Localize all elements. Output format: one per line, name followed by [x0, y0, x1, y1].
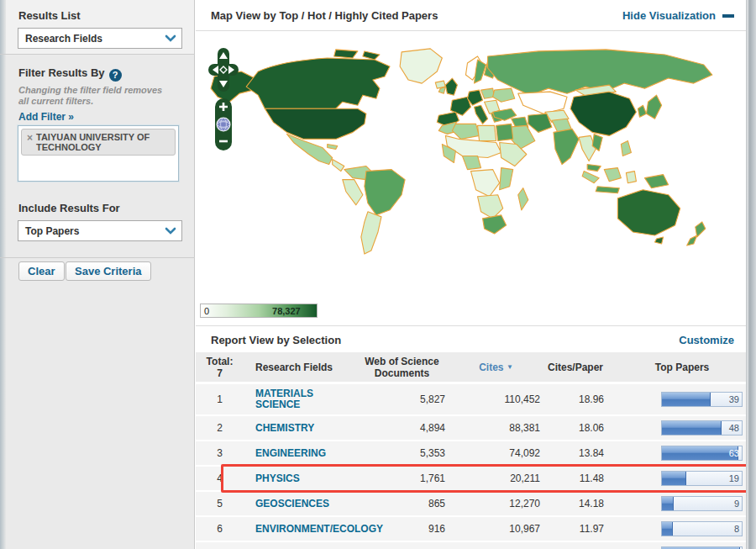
hide-visualization-link[interactable]: Hide Visualization	[622, 9, 734, 22]
chevron-down-icon	[165, 227, 176, 235]
top-papers-cell: 206	[607, 542, 746, 549]
pan-control[interactable]	[208, 48, 239, 92]
cites-cell: 88,381	[449, 416, 543, 441]
table-row: 6ENVIRONMENT/ECOLOGY91610,96711.978	[196, 517, 746, 542]
rank-cell: 1	[196, 384, 244, 416]
minus-icon	[722, 14, 734, 18]
app-window: Results List Research Fields Filter Resu…	[0, 0, 756, 549]
customize-link[interactable]: Customize	[679, 334, 734, 346]
chevron-down-icon	[165, 34, 176, 42]
field-cell: MATERIALS SCIENCE	[244, 384, 355, 416]
field-link[interactable]: ENVIRONMENT/ECOLOGY	[255, 523, 383, 535]
filter-tags-box[interactable]: × TAIYUAN UNIVERSITY OF TECHNOLOGY	[18, 125, 179, 182]
rank-cell: 2	[196, 416, 244, 441]
field-link[interactable]: PHYSICS	[255, 472, 300, 484]
col-top-papers[interactable]: Top Papers	[607, 352, 746, 384]
legend-min-label: 0	[204, 306, 209, 316]
docs-cell: 865	[355, 492, 449, 517]
legend-max-label: 78,327	[272, 306, 301, 316]
top-papers-cell: 8	[607, 517, 746, 542]
field-link[interactable]: CHEMISTRY	[255, 422, 314, 434]
map-controls	[207, 46, 240, 154]
results-list-select[interactable]: Research Fields	[18, 28, 182, 49]
include-results-select[interactable]: Top Papers	[18, 220, 182, 241]
top-papers-cell: 19	[607, 467, 746, 492]
field-cell: GEOSCIENCES	[244, 492, 355, 517]
include-results-label: Include Results For	[18, 202, 120, 214]
table-row: 5GEOSCIENCES86512,27014.189	[196, 492, 746, 517]
top-papers-cell: 63	[607, 441, 746, 467]
bar-value: 63	[729, 448, 739, 459]
col-cites-sorted[interactable]: Cites ▼	[449, 352, 543, 384]
field-cell: ALL FIELDS	[244, 542, 355, 549]
cites-cell: 20,211	[449, 467, 543, 492]
cpp-cell: 13.84	[543, 441, 607, 467]
filter-tag: × TAIYUAN UNIVERSITY OF TECHNOLOGY	[21, 129, 176, 156]
map-panel-header: Map View by Top / Hot / Highly Cited Pap…	[196, 0, 746, 31]
field-link[interactable]: MATERIALS SCIENCE	[255, 388, 313, 410]
results-list-selected-value: Research Fields	[25, 33, 102, 45]
map-legend: 0 78,327	[200, 304, 318, 318]
results-list-label: Results List	[18, 9, 81, 22]
bar-fill	[662, 497, 674, 510]
col-research-fields[interactable]: Research Fields	[244, 352, 355, 384]
rank-cell: 5	[196, 492, 244, 517]
top-papers-bar: 48	[661, 420, 743, 436]
add-filter-link[interactable]: Add Filter »	[18, 111, 74, 123]
docs-cell: 4,894	[355, 416, 449, 441]
sort-desc-icon: ▼	[507, 363, 513, 371]
table-header-row: Total:7 Research Fields Web of ScienceDo…	[196, 352, 746, 384]
rank-cell: 4	[196, 467, 244, 492]
bar-fill	[662, 446, 738, 460]
field-cell: ENVIRONMENT/ECOLOGY	[244, 517, 355, 542]
col-cites-per-paper[interactable]: Cites/Paper	[543, 352, 607, 384]
world-map[interactable]	[209, 45, 734, 261]
top-papers-bar: 9	[661, 496, 743, 511]
field-cell: ENGINEERING	[244, 441, 355, 467]
cites-cell: 74,092	[449, 441, 543, 467]
report-header: Report View by Selection Customize	[196, 326, 746, 352]
field-link[interactable]: ENGINEERING	[255, 447, 326, 459]
bar-value: 8	[734, 524, 739, 535]
include-results-selected-value: Top Papers	[25, 225, 79, 237]
bar-fill	[662, 522, 673, 536]
save-criteria-button[interactable]: Save Criteria	[66, 261, 151, 281]
cites-cell: 10,967	[449, 517, 543, 542]
remove-tag-icon[interactable]: ×	[25, 132, 36, 152]
zoom-control[interactable]	[215, 98, 232, 150]
col-total: Total:7	[196, 352, 244, 384]
col-wos-documents[interactable]: Web of ScienceDocuments	[355, 352, 449, 384]
docs-cell: 5,827	[355, 384, 449, 416]
main-panel: Map View by Top / Hot / Highly Cited Pap…	[196, 0, 746, 549]
cites-cell: 12,270	[449, 492, 543, 517]
table-row: 0ALL FIELDS21,899338,80715.47206	[196, 542, 746, 549]
right-scrollbar[interactable]	[746, 0, 756, 549]
help-icon[interactable]: ?	[109, 69, 122, 82]
top-papers-bar: 8	[661, 521, 743, 536]
table-row: 4PHYSICS1,76120,21111.4819	[196, 467, 746, 492]
docs-cell: 21,899	[355, 542, 449, 549]
cpp-cell: 11.48	[543, 467, 607, 492]
table-row: 2CHEMISTRY4,89488,38118.0648	[196, 416, 746, 441]
cpp-cell: 11.97	[543, 517, 607, 542]
bar-value: 48	[729, 423, 739, 434]
rank-cell: 6	[196, 517, 244, 542]
field-cell: PHYSICS	[244, 467, 355, 492]
cites-cell: 338,807	[449, 542, 543, 549]
filter-results-title: Filter Results By?	[18, 66, 122, 82]
top-papers-cell: 48	[607, 416, 746, 441]
cpp-cell: 18.06	[543, 416, 607, 441]
bar-value: 9	[734, 499, 739, 509]
top-papers-bar: 19	[661, 471, 743, 486]
sidebar: Results List Research Fields Filter Resu…	[0, 0, 195, 549]
filter-note: Changing the filter field removes all cu…	[18, 85, 175, 107]
sidebar-divider	[0, 54, 195, 55]
top-papers-cell: 9	[607, 492, 746, 517]
top-papers-cell: 39	[607, 384, 746, 416]
bar-fill	[662, 421, 722, 435]
top-papers-bar: 39	[661, 392, 743, 407]
rank-cell: 3	[196, 441, 244, 467]
report-title: Report View by Selection	[211, 334, 341, 346]
clear-button[interactable]: Clear	[18, 261, 65, 281]
field-link[interactable]: GEOSCIENCES	[255, 498, 329, 509]
